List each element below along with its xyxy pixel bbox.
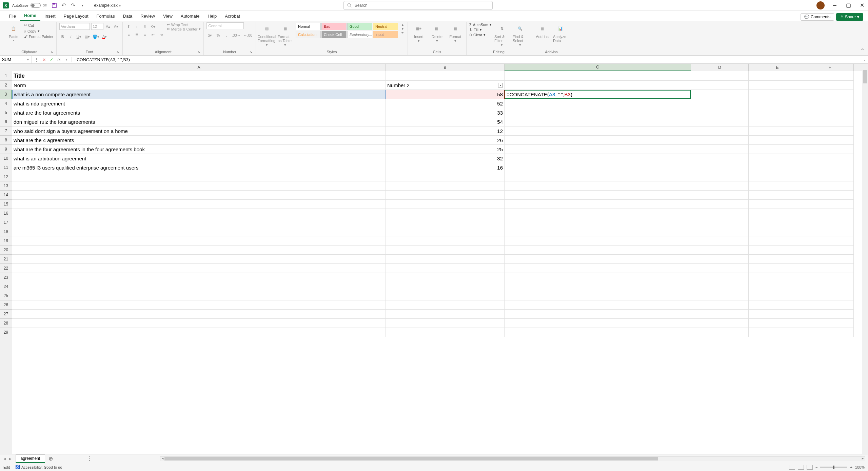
cell-F5[interactable] bbox=[806, 108, 854, 117]
cell-E11[interactable] bbox=[749, 163, 806, 172]
cell-F10[interactable] bbox=[806, 154, 854, 163]
cell-D3[interactable] bbox=[691, 90, 749, 99]
cell-F6[interactable] bbox=[806, 117, 854, 126]
row-header-12[interactable]: 12 bbox=[0, 172, 12, 181]
align-middle-icon[interactable]: ↕ bbox=[134, 23, 140, 30]
cell-D11[interactable] bbox=[691, 163, 749, 172]
minimize-icon[interactable]: ━ bbox=[831, 2, 838, 9]
cell-D19[interactable] bbox=[691, 236, 749, 246]
cell-B10[interactable]: 32 bbox=[386, 154, 505, 163]
cell-C17[interactable] bbox=[505, 218, 691, 227]
cell-F13[interactable] bbox=[806, 181, 854, 191]
cell-A12[interactable] bbox=[12, 172, 386, 181]
zoom-level[interactable]: 100% bbox=[855, 465, 865, 469]
cell-E12[interactable] bbox=[749, 172, 806, 181]
borders-button[interactable]: ▦▾ bbox=[84, 33, 91, 40]
row-header-16[interactable]: 16 bbox=[0, 209, 12, 218]
cell-E25[interactable] bbox=[749, 291, 806, 300]
row-header-18[interactable]: 18 bbox=[0, 227, 12, 236]
currency-icon[interactable]: $▾ bbox=[206, 32, 213, 39]
row-header-6[interactable]: 6 bbox=[0, 117, 12, 126]
horizontal-scrollbar-thumb[interactable] bbox=[164, 457, 657, 460]
cell-F23[interactable] bbox=[806, 273, 854, 282]
cell-E6[interactable] bbox=[749, 117, 806, 126]
comma-icon[interactable]: , bbox=[223, 32, 230, 39]
row-header-21[interactable]: 21 bbox=[0, 255, 12, 264]
row-header-17[interactable]: 17 bbox=[0, 218, 12, 227]
cell-E2[interactable] bbox=[749, 81, 806, 90]
cell-B29[interactable] bbox=[386, 328, 505, 337]
row-header-20[interactable]: 20 bbox=[0, 246, 12, 255]
cell-C24[interactable] bbox=[505, 282, 691, 291]
cell-D8[interactable] bbox=[691, 136, 749, 145]
row-header-26[interactable]: 26 bbox=[0, 300, 12, 310]
cell-B17[interactable] bbox=[386, 218, 505, 227]
indent-increase-icon[interactable]: ⇥ bbox=[158, 31, 165, 38]
cell-D1[interactable] bbox=[691, 71, 749, 81]
cell-A6[interactable]: don miguel ruiz the four agreements bbox=[12, 117, 386, 126]
row-header-29[interactable]: 29 bbox=[0, 328, 12, 337]
view-normal-icon[interactable] bbox=[789, 465, 795, 470]
cell-C5[interactable] bbox=[505, 108, 691, 117]
cell-A7[interactable]: who said dont sign a buyers agreement on… bbox=[12, 126, 386, 136]
cell-C9[interactable] bbox=[505, 145, 691, 154]
cell-C4[interactable] bbox=[505, 99, 691, 108]
format-cells-button[interactable]: ▦Format▾ bbox=[447, 22, 463, 44]
column-header-B[interactable]: B bbox=[386, 64, 505, 71]
tab-page-layout[interactable]: Page Layout bbox=[60, 12, 93, 21]
cells-area[interactable]: TitleNormNumber 2▾what is a non compete … bbox=[12, 71, 862, 454]
indent-decrease-icon[interactable]: ⇤ bbox=[150, 31, 157, 38]
row-header-9[interactable]: 9 bbox=[0, 145, 12, 154]
cell-C26[interactable] bbox=[505, 300, 691, 310]
sort-filter-button[interactable]: ⇅Sort & Filter▾ bbox=[494, 22, 510, 48]
cell-E8[interactable] bbox=[749, 136, 806, 145]
cell-C10[interactable] bbox=[505, 154, 691, 163]
cell-B26[interactable] bbox=[386, 300, 505, 310]
cell-E9[interactable] bbox=[749, 145, 806, 154]
cell-B28[interactable] bbox=[386, 319, 505, 328]
cell-D5[interactable] bbox=[691, 108, 749, 117]
delete-cells-button[interactable]: ▦-Delete▾ bbox=[429, 22, 445, 44]
cell-F14[interactable] bbox=[806, 191, 854, 200]
cell-A29[interactable] bbox=[12, 328, 386, 337]
cell-D25[interactable] bbox=[691, 291, 749, 300]
cell-A28[interactable] bbox=[12, 319, 386, 328]
sheet-nav-prev-icon[interactable]: ◄ bbox=[3, 457, 6, 461]
sheet-nav-next-icon[interactable]: ► bbox=[8, 457, 12, 461]
row-header-19[interactable]: 19 bbox=[0, 236, 12, 246]
cell-B19[interactable] bbox=[386, 236, 505, 246]
vertical-scrollbar-thumb[interactable] bbox=[863, 70, 867, 83]
font-color-button[interactable]: A▾ bbox=[101, 33, 108, 40]
cell-F26[interactable] bbox=[806, 300, 854, 310]
copy-button[interactable]: ⎘ Copy ▾ bbox=[24, 29, 54, 33]
user-avatar-icon[interactable] bbox=[816, 1, 825, 9]
cell-F2[interactable] bbox=[806, 81, 854, 90]
align-bottom-icon[interactable]: ⬇ bbox=[142, 23, 149, 30]
cell-A11[interactable]: are m365 f3 users qualified enterprise a… bbox=[12, 163, 386, 172]
cell-E13[interactable] bbox=[749, 181, 806, 191]
cut-button[interactable]: ✂ Cut bbox=[24, 23, 54, 27]
cell-B6[interactable]: 54 bbox=[386, 117, 505, 126]
cell-B11[interactable]: 16 bbox=[386, 163, 505, 172]
column-header-F[interactable]: F bbox=[806, 64, 854, 71]
cell-C13[interactable] bbox=[505, 181, 691, 191]
cell-C27[interactable] bbox=[505, 310, 691, 319]
cell-E19[interactable] bbox=[749, 236, 806, 246]
bold-button[interactable]: B bbox=[59, 33, 66, 40]
cell-D29[interactable] bbox=[691, 328, 749, 337]
cell-D14[interactable] bbox=[691, 191, 749, 200]
cell-F28[interactable] bbox=[806, 319, 854, 328]
cell-A9[interactable]: what are the four agreements in the four… bbox=[12, 145, 386, 154]
cell-B7[interactable]: 12 bbox=[386, 126, 505, 136]
select-all-corner[interactable] bbox=[0, 64, 12, 71]
number-format-select[interactable] bbox=[206, 22, 244, 29]
conditional-formatting-button[interactable]: ▤Conditional Formatting▾ bbox=[259, 22, 275, 48]
increase-font-icon[interactable]: A▴ bbox=[105, 23, 112, 30]
column-header-C[interactable]: C bbox=[505, 64, 691, 71]
cell-E1[interactable] bbox=[749, 71, 806, 81]
find-select-button[interactable]: 🔍Find & Select▾ bbox=[512, 22, 528, 48]
row-header-3[interactable]: 3 bbox=[0, 90, 12, 99]
vertical-scrollbar[interactable] bbox=[862, 64, 868, 454]
align-center-icon[interactable]: ≣ bbox=[134, 31, 140, 38]
cell-A19[interactable] bbox=[12, 236, 386, 246]
